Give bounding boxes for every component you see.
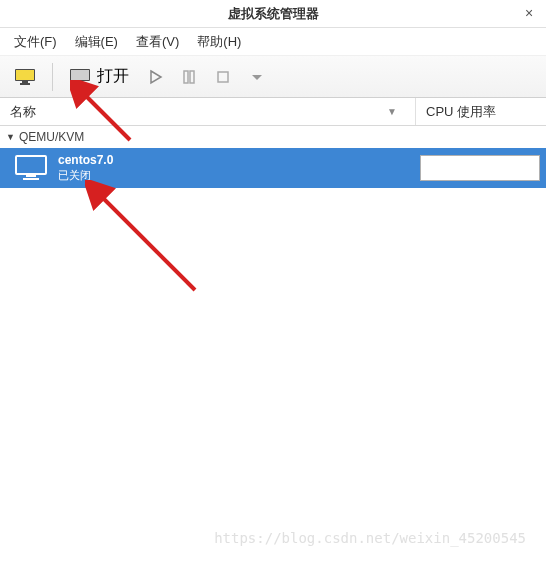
svg-rect-15 xyxy=(23,178,39,180)
vm-info: centos7.0 已关闭 xyxy=(58,153,420,183)
column-cpu[interactable]: CPU 使用率 xyxy=(416,98,546,125)
close-button[interactable]: × xyxy=(520,4,538,22)
svg-rect-2 xyxy=(22,81,28,83)
new-monitor-icon xyxy=(14,68,36,86)
svg-rect-5 xyxy=(71,70,89,80)
vm-name: centos7.0 xyxy=(58,153,420,167)
column-headers: 名称 ▼ CPU 使用率 xyxy=(0,98,546,126)
monitor-icon xyxy=(69,68,91,86)
vm-monitor-icon xyxy=(14,154,48,182)
svg-rect-10 xyxy=(190,71,194,83)
titlebar: 虚拟系统管理器 × xyxy=(0,0,546,28)
open-button[interactable]: 打开 xyxy=(63,62,135,91)
column-name[interactable]: 名称 ▼ xyxy=(0,98,416,125)
connection-row[interactable]: ▼ QEMU/KVM xyxy=(0,126,546,148)
svg-line-19 xyxy=(99,194,195,290)
vm-status: 已关闭 xyxy=(58,168,420,183)
sort-indicator-icon: ▼ xyxy=(387,106,397,117)
toolbar: 打开 xyxy=(0,56,546,98)
svg-rect-6 xyxy=(77,81,83,83)
connection-label: QEMU/KVM xyxy=(19,130,84,144)
chevron-down-icon xyxy=(249,69,265,85)
toolbar-divider xyxy=(52,63,53,91)
dropdown-button[interactable] xyxy=(243,65,271,89)
svg-rect-3 xyxy=(20,83,30,85)
column-cpu-label: CPU 使用率 xyxy=(426,103,496,121)
vm-row[interactable]: centos7.0 已关闭 xyxy=(0,148,546,188)
menu-help[interactable]: 帮助(H) xyxy=(189,29,249,55)
svg-rect-13 xyxy=(16,156,46,174)
stop-button[interactable] xyxy=(209,65,237,89)
svg-rect-9 xyxy=(184,71,188,83)
window-title: 虚拟系统管理器 xyxy=(228,5,319,23)
svg-marker-8 xyxy=(151,71,161,83)
open-button-label: 打开 xyxy=(97,66,129,87)
watermark: https://blog.csdn.net/weixin_45200545 xyxy=(214,530,526,546)
svg-rect-11 xyxy=(218,72,228,82)
svg-rect-14 xyxy=(26,174,36,177)
new-vm-button[interactable] xyxy=(8,64,42,90)
column-name-label: 名称 xyxy=(10,103,36,121)
play-icon xyxy=(147,69,163,85)
menu-edit[interactable]: 编辑(E) xyxy=(67,29,126,55)
stop-icon xyxy=(215,69,231,85)
menubar: 文件(F) 编辑(E) 查看(V) 帮助(H) xyxy=(0,28,546,56)
vm-cpu-cell xyxy=(420,155,540,181)
menu-view[interactable]: 查看(V) xyxy=(128,29,187,55)
annotation-arrow-2 xyxy=(85,180,205,300)
svg-rect-7 xyxy=(75,83,85,85)
pause-button[interactable] xyxy=(175,65,203,89)
pause-icon xyxy=(181,69,197,85)
svg-marker-12 xyxy=(252,75,262,80)
play-button[interactable] xyxy=(141,65,169,89)
menu-file[interactable]: 文件(F) xyxy=(6,29,65,55)
expand-triangle-icon: ▼ xyxy=(6,132,15,142)
svg-rect-1 xyxy=(16,70,34,80)
